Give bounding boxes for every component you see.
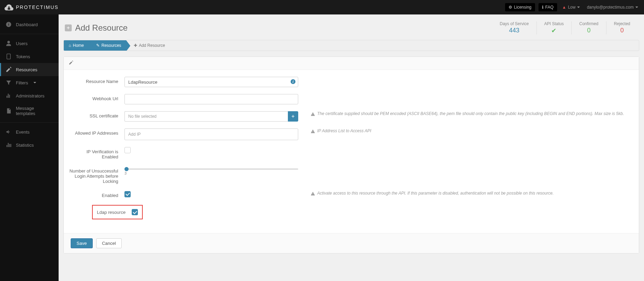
topbar: PROTECTIMUS ⚙ Licensing ℹ FAQ ▲ Low dany…	[0, 0, 644, 14]
page-title: Add Resource	[75, 23, 128, 33]
breadcrumb-resources[interactable]: ✎ Resources	[89, 40, 126, 51]
warning-icon	[311, 112, 315, 116]
enabled-label: Enabled	[69, 191, 124, 198]
sidebar-item-administrators[interactable]: Administrators	[0, 89, 59, 102]
file-icon	[6, 108, 12, 114]
ipverify-checkbox[interactable]	[124, 147, 131, 153]
check-icon: ✔	[544, 27, 564, 34]
logo[interactable]: PROTECTIMUS	[4, 2, 59, 12]
sidebar-label: Users	[16, 41, 28, 46]
sidebar-item-dashboard[interactable]: Dashboard	[0, 18, 59, 31]
plus-icon: ✚	[134, 43, 137, 48]
stat-rejected-label: Rejected	[614, 21, 630, 26]
webhook-input[interactable]	[124, 94, 298, 104]
licensing-button[interactable]: ⚙ Licensing	[505, 3, 535, 11]
faq-button[interactable]: ℹ FAQ	[539, 3, 557, 11]
gear-icon: ⚙	[509, 5, 512, 10]
resource-name-input[interactable]	[124, 77, 298, 87]
pencil-icon	[69, 60, 73, 65]
tablet-icon	[6, 53, 12, 60]
ip-input[interactable]: Add IP	[124, 128, 298, 140]
form-panel: Resource Name i Webhook Url SSL certif	[63, 56, 639, 253]
main-content: + Add Resource Days of Service 443 API S…	[59, 14, 644, 281]
breadcrumb-resources-label: Resources	[101, 43, 121, 48]
ssl-file-text: No file selected	[124, 111, 288, 122]
plus-icon: +	[65, 24, 72, 31]
ssl-hint: The certificate supplied should be PEM e…	[298, 111, 633, 116]
stat-confirmed-value: 0	[579, 27, 598, 34]
info-icon: ℹ	[542, 5, 544, 10]
user-icon	[6, 40, 12, 46]
chart-icon	[6, 142, 12, 148]
cancel-button[interactable]: Cancel	[96, 238, 122, 248]
svg-rect-0	[7, 54, 11, 59]
header-stats: Days of Service 443 API Status ✔ Confirm…	[492, 21, 638, 34]
sidebar-label: Resources	[16, 67, 37, 72]
warning-icon	[311, 129, 315, 134]
sidebar-item-resources[interactable]: Resources	[0, 63, 59, 76]
sidebar-item-filters[interactable]: Filters	[0, 76, 59, 89]
sidebar-label: Filters	[16, 80, 28, 85]
ipverify-label: IP Verification is Enabled	[69, 147, 124, 159]
stat-rejected-value: 0	[614, 27, 630, 34]
edit-icon: ✎	[96, 43, 100, 48]
level-dropdown[interactable]: ▲ Low	[561, 3, 582, 11]
sidebar-label: Administrators	[16, 93, 44, 98]
brand-text: PROTECTIMUS	[16, 4, 59, 10]
gauge-icon	[6, 21, 12, 28]
sidebar: Dashboard Users Tokens Resources Filters…	[0, 14, 59, 281]
breadcrumb: ⌂ Home ✎ Resources ✚ Add Resource	[63, 40, 639, 51]
caret-icon	[577, 7, 580, 8]
stat-confirmed-label: Confirmed	[579, 21, 598, 26]
ssl-hint-text: The certificate supplied should be PEM e…	[317, 111, 624, 116]
stat-api-label: API Status	[544, 21, 564, 26]
sidebar-item-users[interactable]: Users	[0, 37, 59, 50]
ssl-label: SSL certificate	[69, 111, 124, 118]
caret-icon	[33, 82, 36, 83]
account-dropdown[interactable]: danylo@protectimus.com	[585, 3, 640, 11]
ldap-highlight: Ldap resource	[92, 205, 143, 219]
enabled-hint-text: Activate access to this resource through…	[317, 191, 554, 196]
panel-header	[64, 57, 639, 70]
bullhorn-icon	[6, 129, 12, 135]
webhook-label: Webhook Url	[69, 94, 124, 101]
bars-icon	[6, 93, 12, 99]
edit-icon	[6, 66, 12, 73]
sidebar-item-tokens[interactable]: Tokens	[0, 50, 59, 63]
faq-label: FAQ	[545, 5, 554, 10]
level-label: Low	[568, 5, 575, 10]
caret-icon	[635, 7, 638, 8]
breadcrumb-home-label: Home	[73, 43, 84, 48]
breadcrumb-current: ✚ Add Resource	[126, 40, 170, 51]
home-icon: ⌂	[69, 43, 71, 48]
sidebar-label: Statistics	[16, 143, 34, 148]
ip-label: Allowed IP Addresses	[69, 128, 124, 136]
ldap-checkbox[interactable]	[132, 209, 138, 215]
stat-days-value: 443	[500, 27, 529, 34]
ldap-label: Ldap resource	[97, 210, 125, 215]
ssl-upload-button[interactable]: +	[288, 111, 298, 122]
stat-days-label: Days of Service	[500, 21, 529, 26]
licensing-label: Licensing	[514, 5, 532, 10]
sidebar-label: Dashboard	[16, 22, 38, 27]
info-icon[interactable]: i	[291, 79, 295, 84]
resource-name-label: Resource Name	[69, 77, 124, 84]
sidebar-label: Tokens	[16, 54, 30, 59]
user-icon: ▲	[562, 5, 566, 10]
sidebar-item-statistics[interactable]: Statistics	[0, 138, 59, 152]
breadcrumb-current-label: Add Resource	[139, 43, 165, 48]
sidebar-item-templates[interactable]: Message templates	[0, 102, 59, 119]
sidebar-label: Events	[16, 129, 30, 135]
sidebar-item-events[interactable]: Events	[0, 125, 59, 138]
enabled-checkbox[interactable]	[124, 191, 131, 197]
filter-icon	[6, 80, 12, 86]
attempts-slider[interactable]: 3	[124, 166, 298, 175]
enabled-hint: Activate access to this resource through…	[298, 191, 633, 196]
cloud-lock-icon	[4, 2, 14, 12]
ip-hint: IP Address List to Access API	[298, 128, 633, 134]
attempts-label: Number of Unsuccessful Login Attempts be…	[69, 166, 124, 184]
ip-hint-text: IP Address List to Access API	[317, 128, 371, 134]
save-button[interactable]: Save	[71, 238, 93, 248]
attempts-value: 3	[124, 171, 298, 175]
breadcrumb-home[interactable]: ⌂ Home	[64, 40, 89, 51]
